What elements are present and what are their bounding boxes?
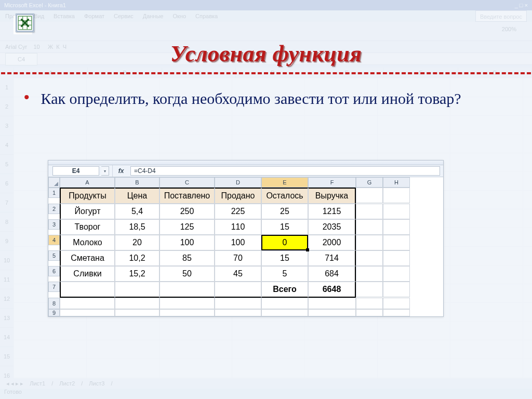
cell[interactable] [383, 250, 410, 266]
row-header[interactable]: 1 [48, 188, 60, 198]
row-header[interactable]: 4 [48, 235, 60, 245]
cell[interactable]: Выручка [308, 188, 356, 204]
row-header[interactable]: 3 [48, 219, 60, 230]
cell[interactable] [356, 250, 383, 266]
col-header[interactable]: G [356, 177, 383, 188]
slide-title: Условная функция [0, 41, 532, 67]
col-header[interactable]: E [261, 177, 308, 188]
cell[interactable] [356, 266, 383, 282]
col-header[interactable]: C [159, 177, 215, 188]
cell[interactable]: 45 [215, 266, 261, 282]
cell[interactable]: 85 [159, 250, 215, 266]
col-header[interactable]: D [215, 177, 261, 188]
cell[interactable]: 15 [261, 219, 308, 235]
cell[interactable] [159, 309, 215, 316]
cell[interactable] [115, 282, 159, 298]
cell[interactable]: Творог [60, 219, 115, 235]
bullet-dot-icon: • [24, 89, 30, 105]
cell[interactable]: Сметана [60, 250, 115, 266]
cell[interactable]: Осталось [261, 188, 308, 204]
cell[interactable]: 5,4 [115, 204, 159, 219]
col-header[interactable]: B [115, 177, 159, 188]
cell[interactable] [383, 282, 410, 297]
row-header[interactable]: 2 [48, 204, 60, 214]
cell[interactable]: 20 [115, 235, 159, 250]
cell[interactable] [308, 309, 356, 316]
formula-input[interactable]: =C4-D4 [130, 166, 440, 176]
cell[interactable] [115, 298, 159, 309]
name-box[interactable]: E4 [52, 166, 99, 176]
bullet-item: • Как определить, когда необходимо завес… [24, 89, 508, 109]
selected-cell[interactable]: 0 [261, 235, 308, 250]
col-header[interactable]: F [308, 177, 356, 188]
cell[interactable]: 225 [215, 204, 261, 219]
cell[interactable]: Сливки [60, 266, 115, 282]
cell[interactable]: 125 [159, 219, 215, 235]
spreadsheet-grid: A B C D E F G H 1 Продукты Цена Поставле… [48, 177, 443, 316]
row-header[interactable]: 6 [48, 266, 60, 276]
cell[interactable] [383, 235, 410, 250]
cell[interactable] [60, 309, 115, 316]
cell[interactable] [261, 309, 308, 316]
cell[interactable] [215, 282, 261, 298]
cell[interactable] [115, 309, 159, 316]
cell[interactable] [356, 235, 383, 250]
cell[interactable]: 100 [215, 235, 261, 250]
cell-total-value[interactable]: 6648 [308, 282, 356, 298]
col-header[interactable]: H [383, 177, 410, 188]
cell[interactable]: 10,2 [115, 250, 159, 266]
cell[interactable] [383, 298, 410, 309]
cell[interactable] [383, 266, 410, 282]
name-box-dropdown-icon[interactable]: ▾ [101, 166, 109, 176]
bullet-text: Как определить, когда необходимо завести… [41, 89, 461, 109]
cell[interactable] [215, 298, 261, 309]
col-header[interactable]: A [60, 177, 115, 188]
cell[interactable]: 15 [261, 250, 308, 266]
fx-icon[interactable]: fx [116, 167, 126, 175]
cell[interactable]: 2035 [308, 219, 356, 235]
cell[interactable] [383, 188, 410, 203]
select-all-corner[interactable] [48, 177, 60, 188]
cell[interactable]: Поставлено [159, 188, 215, 204]
cell[interactable]: Молоко [60, 235, 115, 250]
cell[interactable]: Продано [215, 188, 261, 204]
cell[interactable]: 18,5 [115, 219, 159, 235]
cell[interactable]: Продукты [60, 188, 115, 204]
cell[interactable]: 70 [215, 250, 261, 266]
cell[interactable] [356, 204, 383, 219]
row-header[interactable]: 7 [48, 282, 60, 292]
cell[interactable]: 50 [159, 266, 215, 282]
title-divider [1, 72, 531, 74]
cell[interactable] [356, 298, 383, 309]
cell[interactable] [383, 204, 410, 219]
cell[interactable] [383, 219, 410, 235]
cell[interactable]: 1215 [308, 204, 356, 219]
cell[interactable] [356, 188, 383, 203]
cell[interactable] [356, 309, 383, 316]
cell[interactable]: 25 [261, 204, 308, 219]
cell[interactable] [308, 298, 356, 309]
cell[interactable] [60, 282, 115, 298]
cell[interactable]: 5 [261, 266, 308, 282]
cell[interactable]: 714 [308, 250, 356, 266]
cell[interactable]: 15,2 [115, 266, 159, 282]
cell[interactable]: 2000 [308, 235, 356, 250]
row-header[interactable]: 5 [48, 250, 60, 261]
cell[interactable] [356, 282, 383, 297]
cell[interactable] [215, 309, 261, 316]
cell[interactable] [159, 282, 215, 298]
cell[interactable] [356, 219, 383, 235]
cell[interactable]: 250 [159, 204, 215, 219]
row-header[interactable]: 9 [48, 309, 60, 316]
cell[interactable] [60, 298, 115, 309]
row-header[interactable]: 8 [48, 298, 60, 309]
cell[interactable]: Йогурт [60, 204, 115, 219]
cell[interactable] [383, 309, 410, 316]
cell[interactable] [261, 298, 308, 309]
cell[interactable] [159, 298, 215, 309]
cell[interactable]: Цена [115, 188, 159, 204]
cell[interactable]: 110 [215, 219, 261, 235]
cell[interactable]: 100 [159, 235, 215, 250]
cell-total-label[interactable]: Всего [261, 282, 308, 298]
cell[interactable]: 684 [308, 266, 356, 282]
